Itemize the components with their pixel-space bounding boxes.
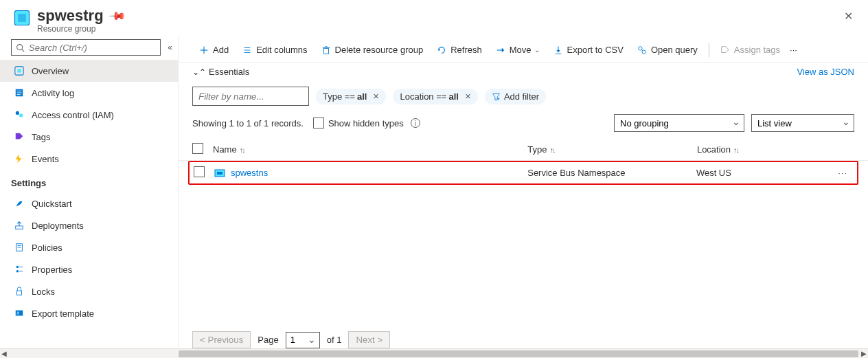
iam-icon — [14, 109, 25, 120]
filter-add-icon — [492, 92, 501, 101]
grouping-select[interactable]: No grouping — [614, 114, 744, 132]
clear-icon[interactable]: ✕ — [465, 92, 471, 101]
scroll-left-icon[interactable]: ◀ — [1, 350, 7, 357]
table-row[interactable]: spwestns Service Bus Namespace West US ·… — [194, 166, 853, 179]
svg-point-10 — [16, 111, 19, 115]
activity-log-icon — [14, 87, 25, 98]
scroll-right-icon[interactable]: ▶ — [861, 350, 867, 357]
sidebar-item-quickstart[interactable]: Quickstart — [0, 192, 178, 214]
tags-icon — [14, 131, 25, 142]
svg-rect-23 — [16, 311, 23, 316]
service-bus-icon — [214, 168, 225, 179]
previous-button[interactable]: < Previous — [192, 331, 251, 348]
sort-icon: ↑↓ — [549, 146, 554, 154]
options-row: Showing 1 to 1 of 1 records. Show hidden… — [179, 111, 868, 139]
sidebar-item-activity-log[interactable]: Activity log — [0, 82, 178, 104]
page-subtitle: Resource group — [37, 24, 124, 34]
open-query-button[interactable]: Open query — [630, 42, 705, 58]
chevron-collapse-icon: ⌄⌃ — [192, 67, 206, 77]
row-checkbox[interactable] — [194, 166, 205, 177]
nav-label: Events — [32, 154, 59, 164]
col-location-header[interactable]: Location↑↓ — [697, 144, 854, 155]
filter-name-input[interactable] — [192, 87, 309, 106]
info-icon[interactable]: i — [411, 118, 420, 128]
col-type-header[interactable]: Type↑↓ — [527, 144, 697, 155]
plus-icon — [199, 45, 209, 55]
svg-point-11 — [19, 113, 23, 117]
select-all-checkbox[interactable] — [192, 143, 203, 154]
view-select[interactable]: List view — [751, 114, 854, 132]
quickstart-icon — [14, 198, 25, 209]
svg-marker-13 — [16, 155, 22, 163]
nav-label: Overview — [32, 66, 69, 76]
view-as-json-link[interactable]: View as JSON — [797, 67, 854, 77]
pin-icon[interactable]: 📌 — [108, 6, 127, 25]
scrollbar-thumb[interactable] — [179, 350, 858, 357]
essentials-row[interactable]: ⌄⌃ Essentials View as JSON — [179, 63, 868, 81]
delete-resource-group-button[interactable]: Delete resource group — [315, 42, 431, 58]
deployments-icon — [14, 220, 25, 231]
search-icon — [16, 43, 25, 52]
sidebar-item-access-control[interactable]: Access control (IAM) — [0, 104, 178, 126]
highlighted-row-callout: spwestns Service Bus Namespace West US ·… — [188, 161, 858, 185]
events-icon — [14, 153, 25, 164]
page-select[interactable]: 1 — [286, 332, 320, 348]
export-csv-button[interactable]: Export to CSV — [547, 42, 630, 58]
sidebar-search[interactable] — [11, 39, 161, 56]
svg-rect-22 — [17, 291, 22, 295]
resource-link[interactable]: spwestns — [231, 168, 268, 178]
nav-label: Policies — [32, 243, 62, 253]
next-button[interactable]: Next > — [348, 331, 390, 348]
sidebar-item-export-template[interactable]: Export template — [0, 302, 178, 324]
edit-columns-button[interactable]: Edit columns — [236, 42, 314, 58]
sidebar-item-overview[interactable]: Overview — [0, 60, 178, 82]
page-header: spwestrg 📌 Resource group ✕ — [0, 0, 868, 36]
nav-label: Locks — [32, 287, 55, 297]
refresh-button[interactable]: Refresh — [430, 42, 489, 58]
svg-rect-48 — [217, 172, 222, 175]
policies-icon — [14, 242, 25, 253]
sidebar-item-deployments[interactable]: Deployments — [0, 214, 178, 236]
main-panel: Add Edit columns Delete resource group R… — [179, 36, 868, 357]
move-button[interactable]: Move⌄ — [489, 42, 547, 58]
svg-rect-31 — [323, 48, 328, 54]
show-hidden-checkbox[interactable] — [313, 118, 324, 128]
clear-icon[interactable]: ✕ — [373, 92, 379, 101]
chevron-down-icon: ⌄ — [534, 46, 540, 54]
add-filter-button[interactable]: Add filter — [485, 89, 546, 104]
sidebar-item-tags[interactable]: Tags — [0, 126, 178, 148]
svg-point-20 — [16, 270, 19, 273]
add-button[interactable]: Add — [192, 42, 236, 58]
filter-row: Type == all✕ Location == all✕ Add filter — [179, 81, 868, 111]
show-hidden-label: Show hidden types — [328, 118, 404, 128]
svg-marker-38 — [556, 50, 560, 53]
row-more-button[interactable]: ··· — [838, 168, 847, 178]
collapse-sidebar-button[interactable]: « — [168, 43, 172, 52]
svg-marker-36 — [501, 47, 504, 52]
filter-location-pill[interactable]: Location == all✕ — [393, 89, 477, 104]
refresh-icon — [437, 45, 446, 55]
sidebar-item-properties[interactable]: Properties — [0, 258, 178, 280]
svg-line-3 — [22, 49, 24, 51]
svg-point-18 — [16, 266, 19, 269]
nav-label: Access control (IAM) — [32, 110, 114, 120]
nav-label: Activity log — [32, 88, 74, 98]
close-button[interactable]: ✕ — [841, 7, 856, 25]
nav-label: Tags — [32, 132, 50, 142]
record-count-text: Showing 1 to 1 of 1 records. — [192, 118, 304, 128]
nav-label: Quickstart — [32, 199, 72, 209]
sidebar-item-events[interactable]: Events — [0, 148, 178, 170]
download-icon — [553, 45, 563, 55]
locks-icon — [14, 286, 25, 297]
sidebar-item-locks[interactable]: Locks — [0, 280, 178, 302]
filter-type-pill[interactable]: Type == all✕ — [316, 89, 386, 104]
col-name-header[interactable]: Name↑↓ — [213, 144, 527, 155]
sidebar-item-policies[interactable]: Policies — [0, 236, 178, 258]
svg-rect-1 — [18, 14, 26, 22]
sort-icon: ↑↓ — [733, 146, 738, 154]
horizontal-scrollbar[interactable]: ◀ ▶ — [0, 348, 868, 358]
sort-icon: ↑↓ — [240, 146, 244, 154]
search-input[interactable] — [27, 42, 156, 54]
properties-icon — [14, 264, 25, 275]
more-button[interactable]: ··· — [787, 42, 800, 58]
